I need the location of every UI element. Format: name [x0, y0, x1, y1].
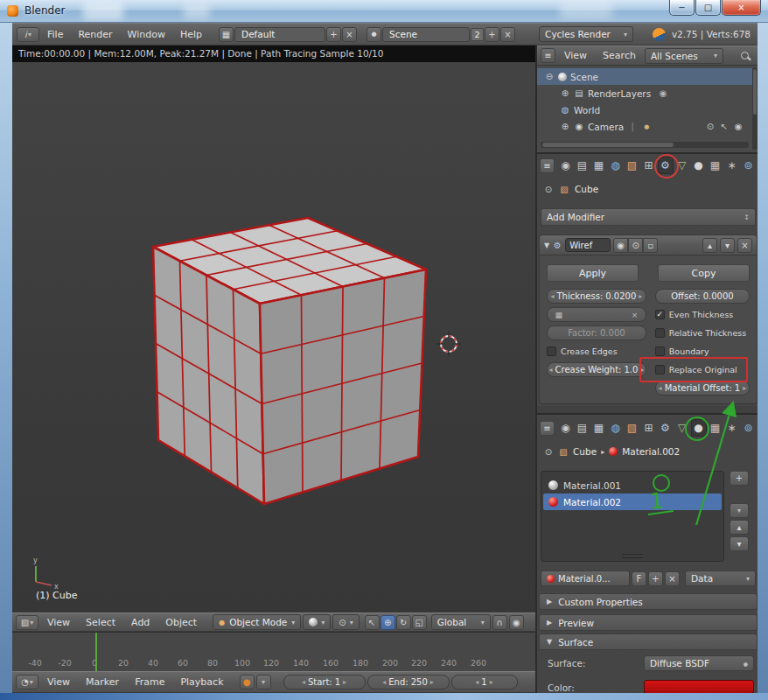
render-layers-tab[interactable]: ▤	[575, 157, 590, 174]
manipulator-pointer-button[interactable]: ↖	[365, 615, 380, 630]
delete-scene-button[interactable]: ×	[500, 27, 515, 42]
material-offset-field[interactable]: ◂ Material Offset: 1 ▸	[655, 381, 750, 396]
add-modifier-dropdown[interactable]: Add Modifier ↕	[541, 208, 756, 226]
3d-cursor-icon[interactable]	[441, 336, 457, 352]
physics-tab[interactable]: ⊚	[741, 419, 757, 437]
timeline-menu-playback[interactable]: Playback	[173, 676, 230, 688]
mode-dropdown[interactable]: ● Object Mode ▾	[213, 614, 301, 630]
modifier-name-field[interactable]: Wiref	[565, 238, 611, 252]
decrement-icon[interactable]: ◂	[302, 678, 305, 686]
world-tab[interactable]: ◍	[608, 157, 624, 174]
render-visibility-toggle[interactable]: ◉	[613, 238, 628, 253]
menu-render[interactable]: Render	[71, 29, 119, 40]
thickness-field[interactable]: ◂ Thickness: 0.0200 ▸	[547, 289, 646, 304]
viewport-menu-add[interactable]: Add	[124, 617, 157, 628]
start-frame-field[interactable]: ◂ Start: 1 ▸	[283, 675, 366, 690]
material-slot-1[interactable]: Material.001	[543, 477, 722, 494]
edit-mode-toggle[interactable]: ▫	[643, 238, 658, 253]
editor-type-button[interactable]: ≡	[540, 158, 555, 173]
outliner-menu-search[interactable]: Search	[596, 50, 643, 61]
move-modifier-down-button[interactable]: ▾	[720, 238, 735, 253]
add-material-slot-button[interactable]: +	[730, 471, 749, 486]
increment-icon[interactable]: ▸	[490, 678, 493, 686]
viewport-3d[interactable]: y x Time:00:00.00 | Mem:12.00M, Peak:21.…	[12, 46, 535, 612]
current-frame-field[interactable]: ◂ 1 ▸	[451, 675, 518, 690]
viewport-menu-view[interactable]: View	[40, 617, 77, 628]
scene-users-badge[interactable]: 2	[471, 28, 484, 41]
move-modifier-up-button[interactable]: ▴	[702, 238, 717, 253]
editor-divider[interactable]	[537, 406, 758, 415]
pivot-dropdown[interactable]: ⊙ ▾	[332, 614, 359, 630]
pin-icon[interactable]: ⊙	[543, 185, 554, 194]
outliner-row-scene[interactable]: ⊖ Scene	[537, 68, 752, 85]
surface-shader-dropdown[interactable]: Diffuse BSDF ●	[644, 655, 754, 671]
material-specials-button[interactable]: ▾	[730, 503, 749, 518]
decrement-icon[interactable]: ◂	[382, 678, 386, 686]
section-custom-properties[interactable]: ▶ Custom Properties	[539, 593, 758, 610]
crease-edges-checkbox[interactable]: Crease Edges	[547, 344, 646, 359]
scene-field[interactable]: Scene	[382, 27, 470, 42]
viewport-visibility-toggle[interactable]: ⊙	[628, 238, 643, 253]
scene-tab[interactable]: ▦	[591, 157, 607, 174]
current-frame-line[interactable]	[95, 633, 97, 671]
breadcrumb-object[interactable]: Cube	[573, 446, 597, 457]
screen-layout-icon-button[interactable]: ▦	[219, 27, 234, 42]
decrement-icon[interactable]: ◂	[551, 292, 555, 300]
offset-field[interactable]: Offset: 0.0000	[655, 289, 750, 304]
material-tab[interactable]: ●	[691, 157, 707, 174]
texture-tab[interactable]: ▦	[708, 157, 723, 174]
unlink-material-button[interactable]: ×	[665, 571, 680, 586]
breadcrumb-object[interactable]: Cube	[575, 184, 598, 194]
renderable-icon[interactable]: ◉	[733, 122, 744, 131]
outliner-row-renderlayers[interactable]: ⊕ ▤ RenderLayers ◉	[537, 85, 752, 102]
render-tab[interactable]: ◉	[558, 419, 574, 437]
editor-type-button[interactable]: ◔ ▾	[16, 675, 38, 690]
factor-field[interactable]: Factor: 0.000	[547, 326, 646, 340]
delete-modifier-button[interactable]: ×	[737, 238, 752, 253]
decrement-icon[interactable]: ◂	[549, 366, 553, 374]
manipulator-scale-button[interactable]: ◱	[412, 615, 427, 630]
outliner-filter-dropdown[interactable]: All Scenes ▾	[645, 48, 723, 64]
search-icon[interactable]	[741, 52, 749, 60]
crease-weight-field[interactable]: ◂ Crease Weight: 1.0 ▸	[547, 362, 646, 377]
maximize-button[interactable]: □	[695, 0, 721, 16]
shading-dropdown[interactable]: ▾	[303, 614, 331, 630]
render-tab[interactable]: ◉	[558, 157, 574, 174]
add-scene-button[interactable]: +	[485, 27, 499, 42]
material-browse-field[interactable]: Material.0...	[541, 570, 630, 586]
new-material-button[interactable]: +	[648, 571, 663, 586]
outliner-row-world[interactable]: ◍ World	[537, 102, 752, 118]
modifiers-tab[interactable]: ⚙	[658, 419, 674, 437]
menu-help[interactable]: Help	[173, 29, 209, 40]
increment-icon[interactable]: ▸	[639, 292, 642, 300]
viewport-menu-select[interactable]: Select	[79, 617, 122, 628]
list-resize-grip[interactable]	[622, 554, 643, 558]
scrollbar-thumb[interactable]	[753, 69, 757, 115]
material-slot-2[interactable]: Material.002	[543, 494, 722, 510]
constraints-tab[interactable]: ⊞	[641, 419, 657, 437]
outliner-row-camera[interactable]: ⊕ ◉ Camera | ● ⊙ ↖ ◉	[537, 118, 752, 135]
editor-type-button[interactable]: ≡	[540, 421, 555, 436]
timeline-ruler[interactable]: -40 -20 0 20 40 60 80 100 120 140 160 18…	[12, 632, 535, 671]
window-titlebar[interactable]: Blender − □ ×	[0, 0, 768, 23]
screen-layout-field[interactable]: Default	[234, 27, 325, 42]
timeline-menu-marker[interactable]: Marker	[79, 676, 126, 688]
menu-window[interactable]: Window	[121, 29, 172, 40]
physics-tab[interactable]: ⊚	[741, 157, 757, 174]
particles-tab[interactable]: ∗	[724, 157, 740, 174]
world-tab[interactable]: ◍	[608, 419, 624, 437]
object-tab[interactable]: ▧	[625, 419, 640, 437]
section-surface[interactable]: ▼ Surface	[539, 634, 758, 650]
move-slot-down-button[interactable]: ▾	[730, 536, 749, 551]
apply-button[interactable]: Apply	[547, 264, 639, 282]
record-button[interactable]: ●	[240, 675, 255, 690]
outliner-menu-view[interactable]: View	[557, 50, 594, 61]
expander-icon[interactable]: ⊖	[544, 72, 555, 81]
outliner-hscrollbar[interactable]	[541, 142, 749, 148]
color-swatch[interactable]	[644, 680, 754, 693]
scrollbar-thumb[interactable]	[542, 143, 674, 147]
expander-icon[interactable]: ⊕	[560, 88, 570, 98]
section-preview[interactable]: ▶ Preview	[539, 614, 758, 631]
render-preview-button[interactable]: ◉	[509, 615, 524, 630]
breadcrumb-material[interactable]: Material.002	[622, 446, 680, 457]
